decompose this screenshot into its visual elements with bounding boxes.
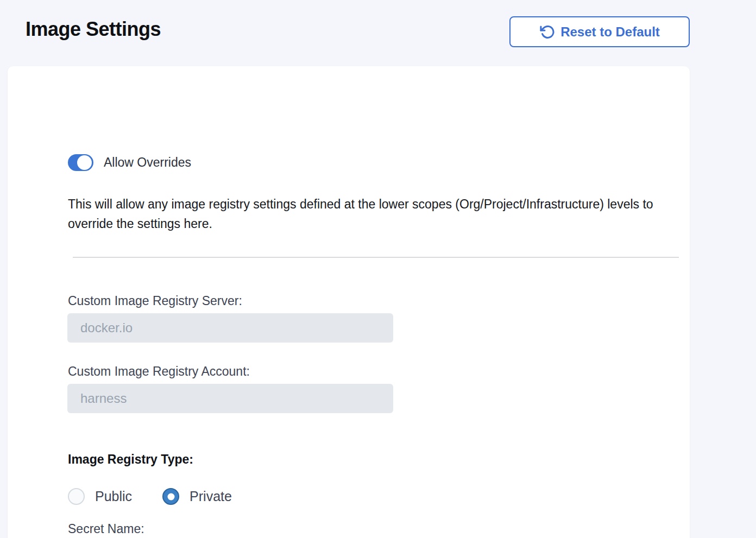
registry-server-input[interactable] [67, 313, 393, 343]
allow-overrides-label: Allow Overrides [104, 155, 191, 170]
registry-server-label: Custom Image Registry Server: [68, 294, 242, 308]
registry-account-input[interactable] [67, 384, 393, 413]
radio-private-label: Private [190, 489, 232, 504]
registry-type-label: Image Registry Type: [68, 452, 193, 467]
registry-type-radio-group: Public Private [68, 488, 232, 505]
overrides-description: This will allow any image registry setti… [68, 194, 673, 233]
section-divider [73, 257, 679, 258]
reset-button-label: Reset to Default [560, 24, 660, 40]
allow-overrides-toggle[interactable] [68, 154, 93, 171]
toggle-knob-icon [77, 155, 92, 170]
page-title: Image Settings [26, 18, 161, 41]
reset-to-default-button[interactable]: Reset to Default [509, 16, 690, 47]
radio-option-private[interactable]: Private [162, 488, 232, 505]
rotate-ccw-icon [539, 24, 555, 40]
radio-unselected-icon[interactable] [68, 488, 85, 505]
radio-option-public[interactable]: Public [68, 488, 132, 505]
allow-overrides-row: Allow Overrides [68, 154, 191, 171]
radio-selected-icon[interactable] [162, 488, 179, 505]
radio-public-label: Public [95, 489, 132, 504]
secret-name-label: Secret Name: [68, 522, 144, 536]
image-settings-card: Allow Overrides This will allow any imag… [8, 66, 690, 538]
registry-account-label: Custom Image Registry Account: [68, 364, 250, 379]
